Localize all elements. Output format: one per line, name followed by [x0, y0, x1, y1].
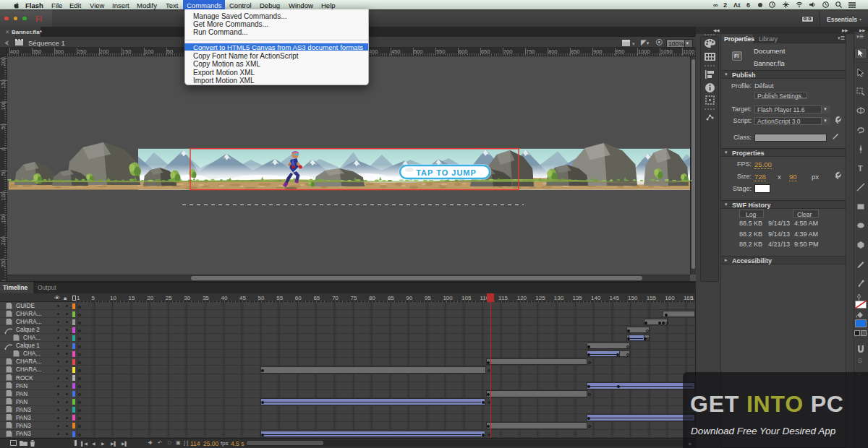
svg-text:TAP TO JUMP: TAP TO JUMP [416, 168, 477, 177]
svg-text:T: T [858, 164, 863, 173]
